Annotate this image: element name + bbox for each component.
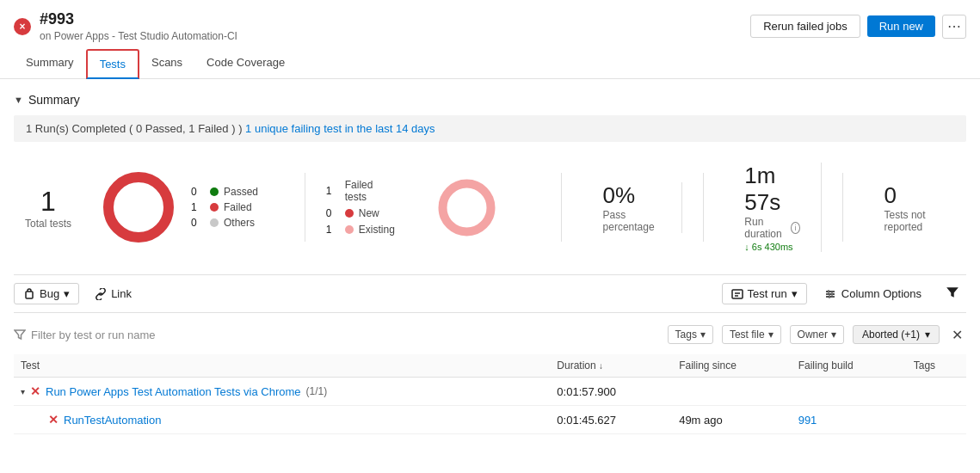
column-options-button[interactable]: Column Options xyxy=(817,284,928,304)
duration-cell: 0:01:45.627 xyxy=(550,406,672,434)
build-title: #993 xyxy=(40,10,237,28)
divider-3 xyxy=(703,173,704,242)
failed-tests-total: 1 Failed tests xyxy=(326,179,395,203)
tabs-nav: Summary Tests Scans Code Coverage xyxy=(14,49,966,78)
test-run-icon xyxy=(731,288,743,300)
failing-build-cell xyxy=(792,378,907,406)
table-header-row: Test Duration Failing since Failing buil… xyxy=(14,354,966,378)
test-name-link[interactable]: Run Power Apps Test Automation Tests via… xyxy=(46,385,301,398)
divider-4 xyxy=(842,173,843,242)
test-file-dropdown-icon: ▾ xyxy=(768,329,774,341)
more-options-button[interactable]: ⋯ xyxy=(942,15,966,39)
svg-rect-3 xyxy=(26,292,33,298)
total-label: Total tests xyxy=(25,218,71,230)
svg-point-10 xyxy=(828,290,829,292)
failing-since-cell xyxy=(672,378,792,406)
svg-point-2 xyxy=(442,183,490,231)
others-dot xyxy=(210,218,219,227)
funnel-icon xyxy=(946,286,959,299)
chevron-icon: ▼ xyxy=(14,95,23,105)
test-name-link[interactable]: RunTestAutomation xyxy=(64,414,161,427)
pink-donut-svg xyxy=(435,175,499,240)
toolbar-left: Bug ▾ Link xyxy=(14,283,140,304)
table-row: ✕ RunTestAutomation 0:01:45.627 49m ago … xyxy=(14,406,966,434)
test-count: (1/1) xyxy=(306,385,328,397)
passed-dot xyxy=(210,187,219,196)
rerun-failed-jobs-button[interactable]: Rerun failed jobs xyxy=(750,15,860,38)
legend-failed: 1 Failed xyxy=(191,201,258,213)
aborted-filter-active: Aborted (+1) ▾ xyxy=(853,325,940,344)
info-icon: i xyxy=(791,222,800,234)
link-button[interactable]: Link xyxy=(86,284,140,304)
tab-summary[interactable]: Summary xyxy=(14,49,86,79)
header-actions: Rerun failed jobs Run new ⋯ xyxy=(750,15,966,39)
test-name-cell: ✕ RunTestAutomation xyxy=(14,406,550,434)
total-count: 1 xyxy=(40,186,56,218)
owner-dropdown-icon: ▾ xyxy=(831,329,836,341)
tags-filter[interactable]: Tags ▾ xyxy=(668,325,713,344)
run-new-button[interactable]: Run new xyxy=(867,15,935,37)
total-tests-stat: 1 Total tests xyxy=(14,186,100,230)
filter-input-area[interactable]: Filter by test or run name xyxy=(14,329,156,341)
app-container: × #993 on Power Apps - Test Studio Autom… xyxy=(0,0,980,473)
divider-2 xyxy=(561,173,562,242)
test-run-dropdown-icon: ▾ xyxy=(792,287,798,300)
test-file-filter[interactable]: Test file ▾ xyxy=(722,325,781,344)
toolbar: Bug ▾ Link xyxy=(14,274,966,313)
clear-filter-button[interactable]: ✕ xyxy=(948,327,966,343)
summary-section: ▼ Summary 1 Run(s) Completed ( 0 Passed,… xyxy=(14,93,966,261)
funnel-button[interactable] xyxy=(939,282,966,305)
test-run-button[interactable]: Test run ▾ xyxy=(722,283,807,304)
column-options-icon xyxy=(824,288,836,300)
svg-rect-4 xyxy=(732,290,743,298)
existing-dot xyxy=(345,225,354,234)
donut-svg xyxy=(100,169,177,246)
owner-filter[interactable]: Owner ▾ xyxy=(790,325,844,344)
not-reported-label: Tests not reported xyxy=(884,209,946,233)
col-failing-build: Failing build xyxy=(792,354,907,378)
tab-code-coverage[interactable]: Code Coverage xyxy=(194,49,297,79)
fail-icon: ✕ xyxy=(30,384,40,398)
fail-icon: ✕ xyxy=(48,413,59,427)
failed-stats: 1 Failed tests 0 New 1 Existing xyxy=(326,179,395,236)
col-failing-since: Failing since xyxy=(672,354,792,378)
bug-dropdown-icon: ▾ xyxy=(64,287,70,300)
build-subtitle: on Power Apps - Test Studio Automation-C… xyxy=(40,30,237,42)
legend-passed: 0 Passed xyxy=(191,186,258,198)
failing-build-cell: 991 xyxy=(792,406,907,434)
pass-percentage-label: Pass percentage xyxy=(603,209,661,233)
pass-percentage-value: 0% xyxy=(603,182,661,209)
svg-point-1 xyxy=(108,177,169,237)
more-icon: ⋯ xyxy=(947,18,961,34)
close-button[interactable]: × xyxy=(14,18,31,35)
col-tags: Tags xyxy=(907,354,966,378)
new-tests: 0 New xyxy=(326,207,395,219)
header-top: × #993 on Power Apps - Test Studio Autom… xyxy=(14,10,966,42)
tags-cell xyxy=(907,406,966,434)
bug-button[interactable]: Bug ▾ xyxy=(14,283,79,304)
expand-icon[interactable]: ▾ xyxy=(21,387,25,396)
summary-bar: 1 Run(s) Completed ( 0 Passed, 1 Failed … xyxy=(14,115,966,142)
existing-tests: 1 Existing xyxy=(326,224,395,236)
donut-chart xyxy=(100,169,177,246)
header: × #993 on Power Apps - Test Studio Autom… xyxy=(0,0,980,79)
pink-donut-chart xyxy=(435,175,499,240)
toolbar-right: Test run ▾ Column Options xyxy=(722,282,966,305)
filter-chips: Tags ▾ Test file ▾ Owner ▾ Aborted (+1) … xyxy=(668,325,966,344)
table-row: ▾ ✕ Run Power Apps Test Automation Tests… xyxy=(14,378,966,406)
test-name-cell: ▾ ✕ Run Power Apps Test Automation Tests… xyxy=(14,378,550,406)
bug-icon xyxy=(23,288,35,300)
col-duration[interactable]: Duration xyxy=(550,354,672,378)
failing-since-cell: 49m ago xyxy=(672,406,792,434)
build-info: #993 on Power Apps - Test Studio Automat… xyxy=(40,10,237,42)
tests-table: Test Duration Failing since Failing buil… xyxy=(14,354,966,434)
filter-icon xyxy=(14,329,26,341)
tab-tests[interactable]: Tests xyxy=(86,49,139,79)
pass-percentage-stat: 0% Pass percentage xyxy=(582,182,682,233)
not-reported-value: 0 xyxy=(884,182,946,209)
tab-scans[interactable]: Scans xyxy=(139,49,194,79)
unique-failing-link[interactable]: 1 unique failing test in the last 14 day… xyxy=(245,122,435,135)
header-left: × #993 on Power Apps - Test Studio Autom… xyxy=(14,10,237,42)
aborted-dropdown-icon: ▾ xyxy=(925,329,930,341)
tags-cell xyxy=(907,378,966,406)
